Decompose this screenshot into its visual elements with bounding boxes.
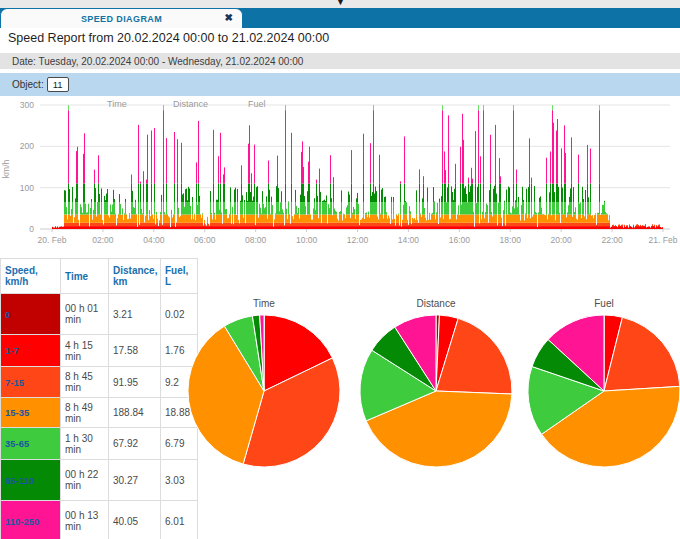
- collapse-arrow-icon[interactable]: ▼: [336, 0, 345, 7]
- time-cell: 4 h 15 min: [61, 335, 109, 367]
- x-axis-tick-label: 22:00: [601, 235, 623, 245]
- speed-trace-band: [53, 226, 663, 229]
- distance-cell: 17.58: [109, 335, 161, 367]
- x-axis-tick-label: 06:00: [194, 235, 216, 245]
- x-axis-tick-label: 20. Feb: [38, 235, 67, 245]
- tab-title: SPEED DIAGRAM: [81, 14, 162, 24]
- x-axis-tick-label: 16:00: [449, 235, 471, 245]
- y-axis-tick-label: 0: [29, 224, 34, 234]
- x-axis-tick-label: 10:00: [296, 235, 318, 245]
- pie-chart-distance: Distance: [358, 298, 514, 469]
- y-axis-tick-label: 100: [20, 183, 34, 193]
- distance-cell: 40.05: [109, 501, 161, 539]
- time-cell: 8 h 49 min: [61, 398, 109, 428]
- speed-band-cell: 15-35: [1, 398, 61, 428]
- date-range-text: Date: Tuesday, 20.02.2024 00:00 - Wednes…: [12, 56, 303, 67]
- distance-cell: 188.84: [109, 398, 161, 428]
- distance-cell: 91.95: [109, 367, 161, 398]
- y-axis-tick-label: 300: [20, 100, 34, 110]
- speed-trace-band: [69, 105, 600, 184]
- pie-chart-time: Time: [186, 298, 342, 469]
- table-row: 65-11000 h 22 min30.273.03: [1, 460, 198, 501]
- x-axis-tick-label: 02:00: [92, 235, 114, 245]
- legend-item-fuel[interactable]: Fuel: [248, 99, 266, 109]
- date-bar: Date: Tuesday, 20.02.2024 00:00 - Wednes…: [0, 53, 680, 69]
- pie-svg-time: [186, 313, 342, 469]
- x-axis-tick-label: 04:00: [143, 235, 165, 245]
- legend-item-time[interactable]: Time: [107, 99, 127, 109]
- pie-title-fuel: Fuel: [526, 298, 680, 309]
- time-cell: 00 h 13 min: [61, 501, 109, 539]
- time-cell: 8 h 45 min: [61, 367, 109, 398]
- table-header-cell: Fuel, L: [161, 259, 198, 294]
- pie-svg-fuel: [526, 313, 680, 469]
- tab-speed-diagram[interactable]: SPEED DIAGRAM ✖: [0, 8, 243, 28]
- close-icon[interactable]: ✖: [225, 12, 233, 23]
- speed-trace-band: [65, 215, 610, 223]
- pie-title-distance: Distance: [358, 298, 514, 309]
- top-strip: ▼: [0, 0, 680, 8]
- distance-cell: 3.21: [109, 294, 161, 335]
- table-row: 000 h 01 min3.210.02: [1, 294, 198, 335]
- object-input[interactable]: 11: [47, 77, 69, 92]
- time-cell: 00 h 22 min: [61, 460, 109, 501]
- table-row: 7-158 h 45 min91.959.2: [1, 367, 198, 398]
- time-cell: 1 h 30 min: [61, 428, 109, 460]
- speed-band-cell: 1-7: [1, 335, 61, 367]
- fuel-cell: 6.01: [161, 501, 198, 539]
- pie-title-time: Time: [186, 298, 342, 309]
- table-row: 35-651 h 30 min67.926.79: [1, 428, 198, 460]
- distance-cell: 30.27: [109, 460, 161, 501]
- x-axis-tick-label: 12:00: [347, 235, 369, 245]
- time-cell: 00 h 01 min: [61, 294, 109, 335]
- object-bar: Object: 11: [0, 73, 680, 96]
- object-label: Object:: [12, 79, 44, 90]
- x-axis-tick-label: 08:00: [245, 235, 267, 245]
- speed-table: Speed, km/hTimeDistance, kmFuel, L000 h …: [0, 258, 198, 539]
- table-row: 1-74 h 15 min17.581.76: [1, 335, 198, 367]
- table-row: 15-358 h 49 min188.8418.88: [1, 398, 198, 428]
- table-header-cell: Speed, km/h: [1, 259, 61, 294]
- speed-trace-band: [65, 223, 660, 226]
- y-axis-tick-label: 200: [20, 141, 34, 151]
- table-header-cell: Time: [61, 259, 109, 294]
- tab-bar: SPEED DIAGRAM ✖: [0, 8, 680, 28]
- x-axis-tick-label: 20:00: [551, 235, 573, 245]
- speed-band-cell: 7-15: [1, 367, 61, 398]
- distance-cell: 67.92: [109, 428, 161, 460]
- speed-band-cell: 65-110: [1, 460, 61, 501]
- speed-trace-band: [65, 184, 605, 203]
- table-header-cell: Distance, km: [109, 259, 161, 294]
- pie-chart-fuel: Fuel: [526, 298, 680, 469]
- table-row: 110-25000 h 13 min40.056.01: [1, 501, 198, 539]
- y-axis-title: km/h: [1, 160, 11, 179]
- table-header-row: Speed, km/hTimeDistance, kmFuel, L: [1, 259, 198, 294]
- report-title: Speed Report from 20.02.2024 00:00 to 21…: [8, 31, 329, 45]
- x-axis-tick-label: 21. Feb: [649, 235, 678, 245]
- speed-chart: 0100200300km/h20. Feb02:0004:0006:0008:0…: [0, 96, 680, 250]
- speed-trace-band: [65, 202, 608, 214]
- pie-svg-distance: [358, 313, 514, 469]
- speed-band-cell: 110-250: [1, 501, 61, 539]
- speed-band-cell: 35-65: [1, 428, 61, 460]
- x-axis-tick-label: 18:00: [500, 235, 522, 245]
- speed-diagram-window: ▼ SPEED DIAGRAM ✖ Speed Report from 20.0…: [0, 0, 680, 539]
- x-axis-tick-label: 14:00: [398, 235, 420, 245]
- legend-item-distance[interactable]: Distance: [173, 99, 208, 109]
- speed-trace-band: [69, 105, 600, 110]
- speed-band-cell: 0: [1, 294, 61, 335]
